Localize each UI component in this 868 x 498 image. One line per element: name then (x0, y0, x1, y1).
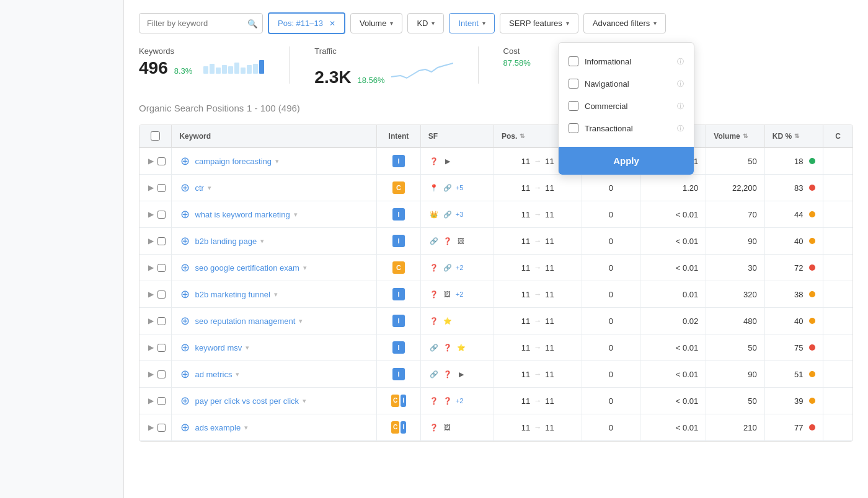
expand-button[interactable]: ▶ (147, 395, 155, 406)
add-keyword-button[interactable]: ⊕ (179, 261, 191, 274)
row-cell-c (823, 281, 852, 308)
expand-button[interactable]: ▶ (147, 342, 155, 353)
keyword-link[interactable]: b2b landing page (195, 237, 257, 246)
row-checkbox[interactable] (157, 423, 166, 432)
stat-divider-1 (289, 46, 290, 84)
row-checkbox[interactable] (157, 343, 166, 352)
keyword-dropdown-icon[interactable]: ▾ (274, 290, 278, 299)
commercial-checkbox[interactable] (569, 101, 578, 111)
pos-to: 11 (545, 183, 554, 193)
keyword-dropdown-icon[interactable]: ▾ (299, 317, 303, 325)
row-cell-traffic: 0.01 (640, 281, 706, 308)
row-cell-diff: 0 (582, 228, 640, 255)
expand-button[interactable]: ▶ (147, 422, 155, 433)
keyword-dropdown-icon[interactable]: ▾ (236, 370, 239, 378)
intent-filter-button[interactable]: Intent ▾ (449, 13, 495, 33)
keyword-link[interactable]: ads example (195, 423, 241, 432)
pos-filter-button[interactable]: Pos: #11–13 ✕ (268, 12, 345, 34)
expand-button[interactable]: ▶ (147, 235, 155, 247)
volume-filter-button[interactable]: Volume ▾ (350, 13, 402, 33)
expand-button[interactable]: ▶ (147, 182, 155, 193)
keyword-link[interactable]: pay per click vs cost per click (195, 396, 299, 406)
add-keyword-button[interactable]: ⊕ (179, 394, 191, 408)
diff-value: 0 (609, 423, 613, 432)
keyword-dropdown-icon[interactable]: ▾ (208, 184, 211, 192)
keyword-dropdown-icon[interactable]: ▾ (294, 211, 298, 219)
row-checkbox[interactable] (157, 237, 166, 246)
row-checkbox[interactable] (157, 210, 166, 219)
kd-filter-button[interactable]: KD ▾ (407, 13, 444, 33)
expand-button[interactable]: ▶ (147, 369, 155, 380)
intent-option-commercial[interactable]: Commercial ⓘ (559, 95, 694, 117)
row-checkbox[interactable] (157, 396, 166, 406)
keyword-link[interactable]: b2b marketing funnel (195, 290, 270, 299)
volume-value: 22,200 (732, 183, 757, 193)
expand-button[interactable]: ▶ (147, 209, 155, 220)
pos-from: 11 (521, 210, 530, 219)
kd-dot (809, 344, 815, 351)
row-checkbox[interactable] (157, 370, 166, 379)
intent-badge: I (392, 315, 405, 327)
transactional-checkbox[interactable] (569, 123, 578, 133)
add-keyword-button[interactable]: ⊕ (179, 234, 191, 248)
pos-arrow-icon: → (534, 423, 541, 432)
informational-checkbox[interactable] (569, 56, 578, 66)
th-kd[interactable]: KD % ⇅ (764, 125, 823, 147)
expand-button[interactable]: ▶ (147, 289, 155, 300)
keyword-link[interactable]: campaign forecasting (195, 157, 272, 166)
keyword-dropdown-icon[interactable]: ▾ (260, 237, 264, 245)
keyword-link[interactable]: what is keyword marketing (195, 210, 290, 219)
keyword-dropdown-icon[interactable]: ▾ (244, 424, 248, 432)
add-keyword-button[interactable]: ⊕ (179, 341, 191, 354)
keyword-link[interactable]: seo google certification exam (195, 263, 299, 273)
row-cell-kd: 51 (764, 361, 823, 388)
keyword-filter-input[interactable] (139, 13, 263, 33)
expand-button[interactable]: ▶ (147, 315, 155, 326)
navigational-checkbox[interactable] (569, 79, 578, 89)
expand-button[interactable]: ▶ (147, 262, 155, 273)
volume-value: 90 (748, 370, 756, 379)
select-all-checkbox[interactable] (151, 131, 160, 141)
add-keyword-button[interactable]: ⊕ (179, 208, 191, 221)
keyword-link[interactable]: seo reputation management (195, 317, 295, 326)
keyword-link[interactable]: ctr (195, 183, 203, 193)
row-checkbox[interactable] (157, 317, 166, 326)
row-cell-volume: 210 (706, 414, 764, 441)
pos-filter-close[interactable]: ✕ (329, 19, 335, 28)
intent-option-navigational[interactable]: Navigational ⓘ (559, 72, 694, 95)
th-volume[interactable]: Volume ⇅ (706, 125, 764, 147)
add-keyword-button[interactable]: ⊕ (179, 367, 191, 381)
intent-option-informational[interactable]: Informational ⓘ (559, 50, 694, 72)
add-keyword-button[interactable]: ⊕ (179, 154, 191, 168)
sf-icon: ❓ (442, 395, 453, 406)
advanced-filter-button[interactable]: Advanced filters ▾ (583, 13, 666, 33)
keyword-link[interactable]: keyword msv (195, 343, 242, 352)
add-keyword-button[interactable]: ⊕ (179, 421, 191, 434)
row-checkbox[interactable] (157, 263, 166, 273)
row-checkbox[interactable] (157, 183, 166, 193)
row-cell-sf: ❓🖼+2 (420, 281, 494, 308)
add-keyword-button[interactable]: ⊕ (179, 287, 191, 301)
add-keyword-button[interactable]: ⊕ (179, 314, 191, 328)
row-cell-traffic: < 0.01 (640, 334, 706, 361)
apply-button[interactable]: Apply (559, 147, 694, 175)
keyword-link[interactable]: ad metrics (195, 370, 232, 379)
advanced-chevron-icon: ▾ (653, 20, 657, 27)
row-cell-kd: 39 (764, 388, 823, 414)
keyword-dropdown-icon[interactable]: ▾ (303, 397, 306, 405)
search-icon-button[interactable]: 🔍 (247, 19, 258, 28)
bar-7 (241, 68, 246, 74)
row-cell-check: ▶ (140, 228, 172, 255)
keyword-dropdown-icon[interactable]: ▾ (275, 157, 279, 165)
add-keyword-button[interactable]: ⊕ (179, 181, 191, 194)
keyword-dropdown-icon[interactable]: ▾ (246, 344, 249, 352)
traffic-value: < 0.01 (676, 237, 699, 246)
row-checkbox[interactable] (157, 157, 166, 166)
row-cell-volume: 50 (706, 147, 764, 175)
row-cell-check: ▶ (140, 334, 172, 361)
intent-option-transactional[interactable]: Transactional ⓘ (559, 117, 694, 139)
row-checkbox[interactable] (157, 290, 166, 299)
keyword-dropdown-icon[interactable]: ▾ (303, 264, 307, 272)
serp-filter-button[interactable]: SERP features ▾ (500, 13, 578, 33)
expand-button[interactable]: ▶ (147, 155, 155, 167)
